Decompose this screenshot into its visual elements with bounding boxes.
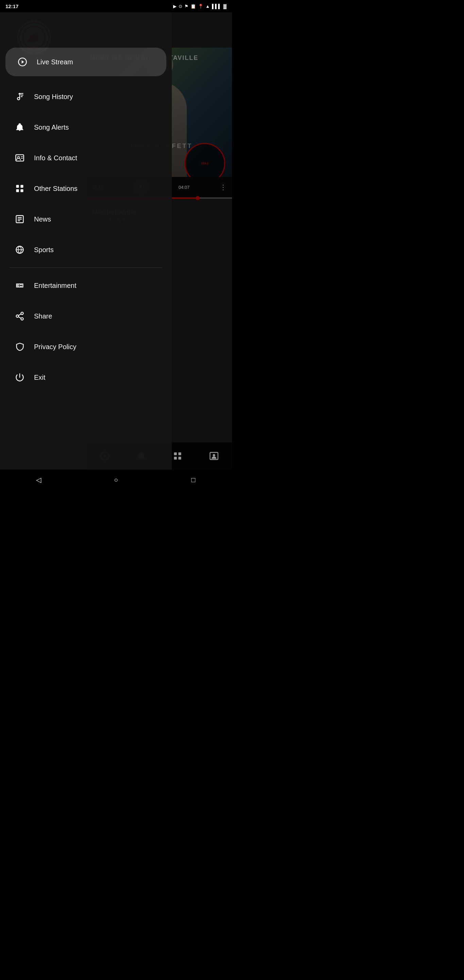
svg-marker-17 — [22, 60, 24, 63]
wifi-icon: ▲ — [205, 4, 210, 9]
svg-rect-23 — [16, 185, 19, 188]
svg-point-36 — [21, 312, 24, 314]
side-menu: Live Stream Song History Song Alerts Inf… — [0, 0, 172, 469]
menu-item-sports[interactable]: Sports — [3, 235, 169, 265]
contact-card-icon — [12, 150, 27, 165]
menu-item-privacy-policy[interactable]: Privacy Policy — [3, 332, 169, 362]
flag-icon: ⚑ — [184, 4, 189, 9]
svg-point-37 — [16, 315, 19, 318]
menu-item-share[interactable]: Share — [3, 301, 169, 331]
home-icon: ○ — [114, 476, 118, 484]
menu-label-share: Share — [34, 312, 52, 320]
menu-label-entertainment: Entertainment — [34, 282, 76, 290]
menu-label-info-contact: Info & Contact — [34, 154, 77, 162]
menu-item-other-stations[interactable]: Other Stations — [3, 173, 169, 204]
menu-label-song-history: Song History — [34, 93, 73, 101]
media-icon: ▶ — [173, 4, 176, 9]
menu-label-exit: Exit — [34, 374, 45, 382]
location-icon: 📍 — [198, 4, 203, 9]
battery-icon: ▓ — [224, 4, 227, 9]
bell-icon — [12, 120, 27, 135]
svg-rect-24 — [21, 185, 23, 188]
signal-icon: ▌▌▌ — [212, 4, 221, 9]
menu-label-news: News — [34, 215, 51, 223]
menu-separator — [10, 267, 162, 268]
basketball-icon — [12, 242, 27, 257]
svg-point-18 — [17, 97, 20, 100]
menu-label-privacy-policy: Privacy Policy — [34, 343, 76, 351]
ticket-icon — [12, 278, 27, 293]
share-icon — [12, 309, 27, 324]
menu-item-news[interactable]: News — [3, 204, 169, 234]
menu-item-live-stream[interactable]: Live Stream — [5, 48, 166, 76]
svg-line-40 — [18, 314, 21, 316]
home-button[interactable]: ○ — [109, 473, 123, 487]
recents-button[interactable]: □ — [186, 473, 200, 487]
back-button[interactable]: ◁ — [32, 473, 46, 487]
svg-rect-25 — [16, 189, 19, 192]
menu-label-sports: Sports — [34, 246, 54, 254]
circle-icon: ⊙ — [179, 4, 182, 9]
svg-line-39 — [18, 317, 21, 318]
status-icons: ▶ ⊙ ⚑ 📋 📍 ▲ ▌▌▌ ▓ — [173, 4, 227, 9]
menu-item-info-contact[interactable]: Info & Contact — [3, 143, 169, 173]
menu-label-live-stream: Live Stream — [37, 58, 73, 66]
music-list-icon — [12, 89, 27, 104]
menu-item-song-history[interactable]: Song History — [3, 82, 169, 111]
system-nav: ◁ ○ □ — [0, 469, 232, 490]
menu-label-other-stations: Other Stations — [34, 185, 78, 192]
recents-icon: □ — [191, 476, 195, 484]
svg-point-33 — [17, 285, 19, 286]
play-icon — [15, 54, 30, 69]
status-bar: 12:17 ▶ ⊙ ⚑ 📋 📍 ▲ ▌▌▌ ▓ — [0, 0, 232, 12]
clip-icon: 📋 — [191, 4, 196, 9]
shield-icon — [12, 339, 27, 354]
menu-item-exit[interactable]: Exit — [3, 363, 169, 392]
svg-rect-26 — [21, 189, 23, 192]
newspaper-icon — [12, 212, 27, 227]
status-time: 12:17 — [5, 3, 18, 9]
back-icon: ◁ — [36, 476, 41, 484]
menu-item-song-alerts[interactable]: Song Alerts — [3, 112, 169, 142]
svg-point-38 — [21, 318, 24, 320]
menu-label-song-alerts: Song Alerts — [34, 124, 69, 131]
power-icon — [12, 370, 27, 385]
menu-item-entertainment[interactable]: Entertainment — [3, 270, 169, 301]
grid-icon — [12, 181, 27, 196]
